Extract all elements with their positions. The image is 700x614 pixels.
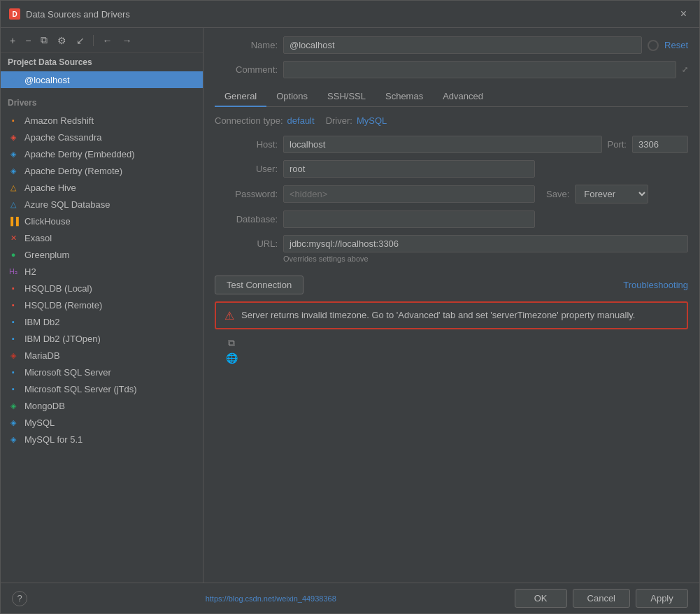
driver-item[interactable]: ▪ Microsoft SQL Server [1, 364, 203, 380]
driver-item[interactable]: ● Greenplum [1, 246, 203, 263]
test-row: Test Connection Troubleshooting [215, 276, 688, 294]
host-input[interactable] [283, 136, 602, 153]
database-row: Database: [215, 210, 688, 228]
status-indicator [648, 40, 659, 51]
driver-name: Apache Derby (Remote) [24, 166, 122, 176]
error-message: Server returns invalid timezone. Go to '… [241, 308, 635, 322]
database-input[interactable] [283, 210, 535, 228]
expand-icon[interactable]: ⤢ [682, 65, 688, 74]
toolbar: + − ⧉ ⚙ ↙ ← → [1, 28, 203, 53]
troubleshooting-link[interactable]: Troubleshooting [623, 280, 688, 290]
ok-button[interactable]: OK [515, 589, 567, 608]
reset-link[interactable]: Reset [664, 40, 688, 50]
driver-name: MongoDB [24, 401, 65, 411]
password-label: Password: [215, 189, 278, 199]
copy-button[interactable]: ⧉ [37, 32, 51, 48]
copy-icon[interactable]: ⧉ [224, 336, 238, 349]
back-button[interactable]: ← [99, 33, 115, 48]
data-source-item-localhost[interactable]: ◈ @localhost [1, 71, 203, 88]
driver-icon: ▪ [8, 283, 19, 294]
tab-schemas[interactable]: Schemas [376, 87, 433, 107]
driver-item[interactable]: ◈ Apache Derby (Embedded) [1, 145, 203, 162]
comment-row: Comment: ⤢ [215, 61, 688, 78]
main-content: + − ⧉ ⚙ ↙ ← → Project Data Sources ◈ @lo… [1, 28, 699, 583]
comment-label: Comment: [215, 64, 278, 75]
remove-button[interactable]: − [22, 33, 34, 48]
driver-name: Microsoft SQL Server [24, 367, 111, 378]
driver-item[interactable]: ◈ MySQL for 5.1 [1, 431, 203, 448]
driver-icon: ▪ [8, 115, 19, 126]
driver-item[interactable]: ◈ Apache Cassandra [1, 129, 203, 145]
name-row: Name: Reset [215, 36, 688, 54]
driver-icon: ◈ [8, 417, 19, 428]
user-label: User: [215, 164, 278, 174]
driver-item[interactable]: ▐▐ ClickHouse [1, 213, 203, 229]
driver-icon: ◈ [8, 165, 19, 176]
driver-item[interactable]: ▪ IBM Db2 [1, 313, 203, 330]
footer-left: ? [12, 591, 27, 606]
name-input[interactable] [283, 36, 642, 54]
driver-item[interactable]: △ Azure SQL Database [1, 196, 203, 213]
host-label: Host: [215, 139, 278, 150]
driver-item[interactable]: ✕ Exasol [1, 229, 203, 246]
tab-sshssl[interactable]: SSH/SSL [317, 87, 376, 107]
footer-buttons: OK Cancel Apply [515, 589, 688, 608]
driver-name: MySQL [24, 417, 55, 428]
driver-name: Apache Cassandra [24, 132, 102, 143]
driver-item[interactable]: ◈ MySQL [1, 414, 203, 431]
error-icon: ⚠ [224, 309, 234, 322]
driver-icon: ▪ [8, 333, 19, 344]
driver-name: IBM Db2 (JTOpen) [24, 334, 101, 344]
tab-options[interactable]: Options [266, 87, 317, 107]
driver-item[interactable]: ◈ MongoDB [1, 397, 203, 414]
driver-item[interactable]: ▪ Microsoft SQL Server (jTds) [1, 380, 203, 397]
driver-item[interactable]: ▪ HSQLDB (Local) [1, 280, 203, 297]
driver-item[interactable]: △ Apache Hive [1, 179, 203, 196]
settings-button[interactable]: ⚙ [54, 33, 70, 48]
user-input[interactable] [283, 160, 535, 178]
driver-item[interactable]: H₂ H2 [1, 263, 203, 280]
add-button[interactable]: + [6, 33, 19, 48]
help-button[interactable]: ? [12, 591, 27, 606]
footer: ? https://blog.csdn.net/weixin_44938368 … [1, 583, 699, 613]
driver-icon: ◈ [8, 131, 19, 143]
driver-item[interactable]: ▪ IBM Db2 (JTOpen) [1, 330, 203, 347]
comment-input[interactable] [283, 61, 676, 78]
password-input[interactable] [283, 185, 535, 203]
user-row: User: [215, 160, 688, 178]
error-box: ⚠ Server returns invalid timezone. Go to… [215, 301, 688, 329]
tab-advanced[interactable]: Advanced [433, 87, 493, 107]
connection-type-value[interactable]: default [287, 115, 315, 126]
datasource-icon: ◈ [8, 74, 19, 85]
import-button[interactable]: ↙ [73, 33, 88, 48]
driver-name: Amazon Redshift [24, 115, 94, 126]
globe-icon[interactable]: 🌐 [224, 352, 238, 364]
driver-icon: ◈ [8, 350, 19, 361]
driver-icon: ▪ [8, 316, 19, 327]
host-port-row: Host: Port: [215, 136, 688, 153]
driver-item[interactable]: ▪ HSQLDB (Remote) [1, 297, 203, 313]
driver-icon: ◈ [8, 400, 19, 411]
url-hint: https://blog.csdn.net/weixin_44938368 [206, 594, 336, 603]
database-label: Database: [215, 214, 278, 224]
password-row: Password: Save: Forever Until restart Ne… [215, 185, 688, 204]
title-bar-left: D Data Sources and Drivers [9, 8, 130, 20]
apply-button[interactable]: Apply [636, 589, 688, 608]
url-input[interactable] [283, 235, 688, 252]
port-input[interactable] [632, 136, 688, 153]
cancel-button[interactable]: Cancel [573, 589, 630, 608]
tab-general[interactable]: General [215, 87, 266, 107]
connection-type-row: Connection type: default Driver: MySQL [215, 115, 688, 126]
close-button[interactable]: × [676, 6, 691, 22]
driver-icon: H₂ [8, 266, 19, 277]
driver-item[interactable]: ▪ Amazon Redshift [1, 112, 203, 129]
save-select[interactable]: Forever Until restart Never [575, 185, 648, 204]
driver-item[interactable]: ◈ MariaDB [1, 347, 203, 364]
app-icon: D [9, 8, 20, 20]
forward-button[interactable]: → [118, 33, 135, 48]
driver-label: Driver: [326, 115, 352, 126]
driver-name: Exasol [24, 233, 52, 243]
driver-item[interactable]: ◈ Apache Derby (Remote) [1, 162, 203, 179]
test-connection-button[interactable]: Test Connection [215, 276, 303, 294]
driver-value[interactable]: MySQL [357, 115, 387, 126]
